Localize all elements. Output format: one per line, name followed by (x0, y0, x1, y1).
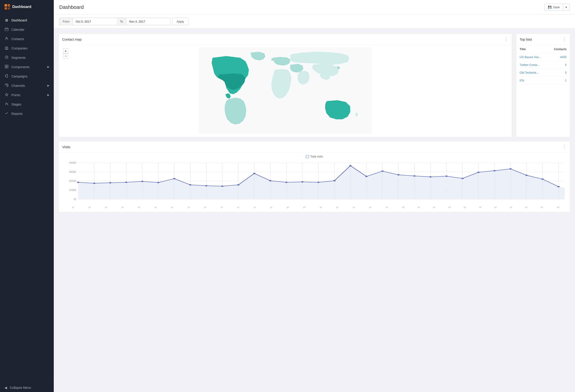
sidebar-item-dashboard[interactable]: ⊞ Dashboard (0, 16, 54, 25)
x-label: Sep 2, 17 (417, 207, 425, 209)
svg-point-71 (333, 180, 336, 181)
svg-point-65 (237, 184, 240, 186)
top-list-link-3[interactable]: Old Testame... (520, 71, 539, 74)
x-label: Aug 31, 17 (385, 207, 394, 209)
sidebar-item-calendar[interactable]: Calendar (0, 25, 54, 34)
map-container: + − (59, 45, 512, 137)
contacts-icon (4, 37, 9, 41)
sidebar-item-stages[interactable]: Stages (0, 99, 54, 109)
sidebar-item-points[interactable]: Points ▶ (0, 90, 54, 99)
top-list-count-2: 5 (565, 63, 567, 67)
sidebar-item-label: Dashboard (11, 19, 27, 22)
svg-point-72 (349, 165, 352, 166)
sidebar-item-campaigns[interactable]: Campaigns (0, 72, 54, 81)
x-label: Aug 14, 17 (104, 207, 113, 209)
apply-button[interactable]: Apply (172, 18, 188, 25)
top-list-link-1[interactable]: US Based Visi... (520, 55, 541, 59)
top-list-row-1: US Based Visi... 4455 (520, 53, 567, 61)
main-content: Dashboard 💾 Save ▼ From To Apply Contact… (54, 0, 575, 392)
save-dropdown-arrow[interactable]: ▼ (563, 4, 569, 10)
top-lists-header: Top lists ⋮ (516, 33, 570, 45)
top-list-row-2: Twitter Conta... 5 (520, 61, 567, 69)
sidebar-item-companies[interactable]: Companies (0, 44, 54, 53)
x-label: Aug 27, 17 (319, 207, 328, 209)
to-date-input[interactable] (126, 18, 170, 25)
svg-point-61 (173, 178, 176, 179)
sidebar-item-label: Points (11, 93, 20, 97)
x-label: Sep 8, 17 (509, 207, 517, 209)
visits-header: Visits ⋮ (59, 141, 570, 153)
x-label: Sep 5, 17 (463, 207, 471, 209)
chart-legend: Total visits (62, 155, 567, 158)
save-button-main[interactable]: 💾 Save (545, 4, 563, 10)
sidebar-item-components[interactable]: Components ▶ (0, 62, 54, 72)
collapse-menu-item[interactable]: ◀ Collapse Menu (0, 383, 54, 392)
svg-point-56 (93, 183, 96, 184)
sidebar-item-channels[interactable]: Channels ▶ (0, 81, 54, 90)
dashboard-icon: ⊞ (4, 18, 9, 22)
svg-point-68 (285, 182, 288, 183)
legend-label: Total visits (310, 155, 323, 158)
svg-point-81 (493, 170, 496, 172)
sidebar-item-label: Contacts (11, 37, 24, 41)
sidebar-item-label: Calendar (11, 28, 24, 31)
svg-point-79 (461, 178, 464, 179)
x-label: Sep 7, 17 (494, 207, 502, 209)
svg-rect-10 (5, 67, 6, 68)
sidebar-item-contacts[interactable]: Contacts (0, 34, 54, 44)
sidebar-item-label: Components (11, 65, 29, 69)
svg-text:100: 100 (69, 189, 76, 192)
x-label: Aug 26, 17 (303, 207, 311, 209)
chart-x-labels: Aug 12, 17 Aug 13, 17 Aug 14, 17 Aug 15,… (62, 207, 567, 212)
svg-point-70 (317, 182, 320, 183)
svg-rect-0 (5, 28, 8, 31)
map-zoom-in-button[interactable]: + (63, 49, 68, 53)
svg-point-84 (541, 178, 544, 180)
legend-box-icon (306, 155, 309, 158)
visits-menu-icon[interactable]: ⋮ (562, 144, 567, 149)
points-icon (4, 93, 9, 97)
top-list-row-4: iOs 1 (520, 76, 567, 84)
sidebar-logo[interactable]: Dashboard (0, 0, 54, 14)
top-cards-row: Contact map ⋮ + − (58, 33, 571, 137)
sidebar-item-reports[interactable]: Reports (0, 109, 54, 118)
map-controls: + − (63, 49, 68, 59)
channels-icon (4, 83, 9, 88)
sidebar-item-label: Segments (11, 56, 26, 59)
svg-point-78 (445, 175, 448, 177)
top-lists-menu-icon[interactable]: ⋮ (562, 37, 567, 42)
contact-map-menu-icon[interactable]: ⋮ (504, 37, 508, 42)
sidebar-item-label: Campaigns (11, 74, 27, 78)
x-label: Aug 23, 17 (253, 207, 262, 209)
page-header: Dashboard 💾 Save ▼ (54, 0, 575, 15)
sidebar-item-segments[interactable]: Segments (0, 53, 54, 62)
svg-point-80 (477, 172, 480, 173)
channels-arrow-icon: ▶ (48, 84, 49, 87)
svg-point-63 (205, 185, 208, 186)
x-label: Aug 13, 17 (88, 207, 96, 209)
campaigns-icon (4, 74, 9, 78)
svg-point-64 (221, 186, 224, 187)
svg-point-57 (109, 182, 112, 183)
x-label: Aug 17, 17 (154, 207, 163, 209)
top-lists-column-headers: Title Contacts (520, 45, 567, 53)
top-list-count-4: 1 (565, 79, 567, 82)
svg-rect-11 (7, 67, 8, 68)
x-label: Aug 30, 17 (369, 207, 377, 209)
top-list-link-2[interactable]: Twitter Conta... (520, 63, 539, 67)
x-label: Sep 6, 17 (479, 207, 486, 209)
x-label: Aug 19, 17 (187, 207, 196, 209)
col-title-label: Title (520, 48, 526, 51)
save-button[interactable]: 💾 Save ▼ (545, 4, 570, 11)
top-list-link-4[interactable]: iOs (520, 79, 524, 82)
svg-point-76 (413, 175, 416, 177)
svg-rect-9 (7, 65, 8, 66)
x-label: Sep 10, 17 (540, 207, 549, 209)
svg-rect-6 (6, 48, 7, 49)
map-zoom-out-button[interactable]: − (63, 53, 68, 59)
from-date-input[interactable] (73, 18, 117, 25)
sidebar: Dashboard ⊞ Dashboard Calendar Contacts … (0, 0, 54, 392)
visits-title: Visits (62, 145, 71, 149)
x-label: Sep 3, 17 (432, 207, 440, 209)
save-icon: 💾 (548, 5, 551, 9)
